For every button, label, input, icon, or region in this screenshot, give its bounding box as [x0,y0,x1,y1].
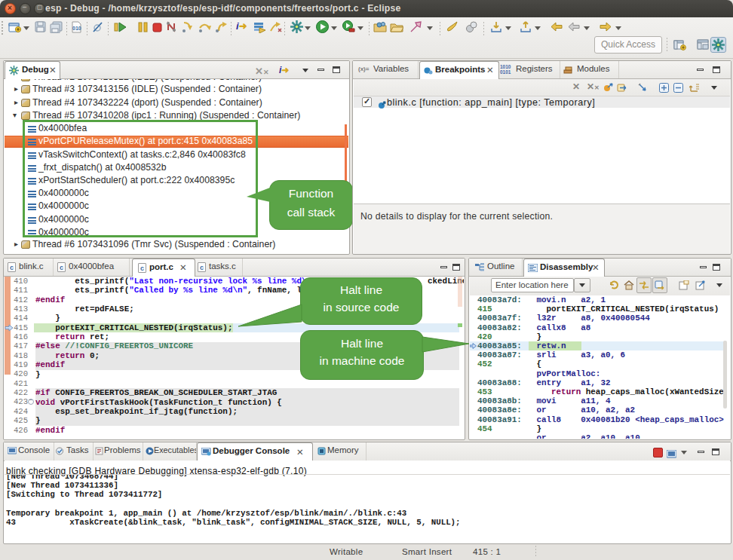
svg-text:010: 010 [72,26,81,31]
